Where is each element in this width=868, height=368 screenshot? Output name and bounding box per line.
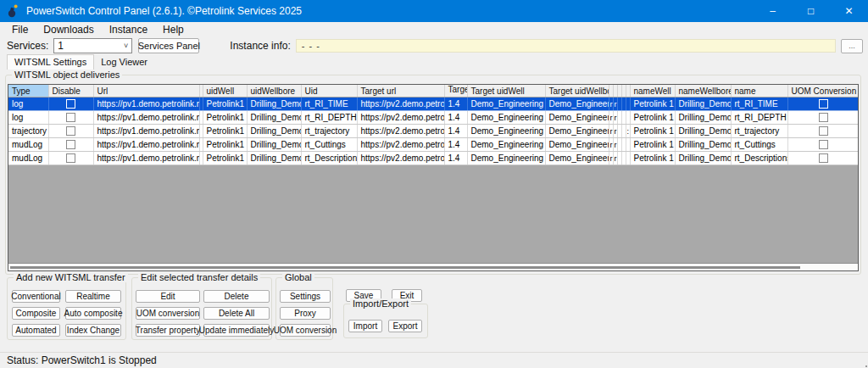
cell-uidwell: Petrolink1	[203, 98, 247, 111]
update-immediately-button[interactable]: Update immediately	[203, 324, 270, 337]
header-uidwellbore[interactable]: uidWellbore	[247, 85, 301, 98]
header-uom-conversion[interactable]: UOM Conversion	[787, 85, 859, 98]
cell-target-url: https://pv2.demo.petrolink.net...	[357, 138, 444, 152]
index-change-button[interactable]: Index Change	[65, 324, 121, 337]
import-button[interactable]: Import	[348, 320, 382, 332]
menubar: File Downloads Instance Help	[0, 22, 868, 37]
cell-target-uidwell: Demo_Engineering	[467, 125, 545, 138]
table-row[interactable]: mudLog https://pv1.demo.petrolink.net...…	[8, 138, 859, 152]
header-name[interactable]: name	[731, 85, 787, 98]
cell-target-url: https://pv2.demo.petrolink.net...	[357, 98, 444, 111]
cell-url: https://pv1.demo.petrolink.net...	[93, 111, 199, 125]
realtime-button[interactable]: Realtime	[65, 290, 121, 303]
automated-button[interactable]: Automated	[12, 324, 60, 337]
cell-type: log	[8, 98, 48, 111]
header-uidwell[interactable]: uidWell	[203, 85, 247, 98]
witsml-deliveries-groupbox: WITSML object deliveries Type Disable Ur…	[5, 75, 861, 275]
export-button[interactable]: Export	[388, 320, 422, 332]
cell-disable	[48, 138, 93, 152]
cell-target-version: 1.4	[444, 111, 467, 125]
settings-button[interactable]: Settings	[280, 290, 331, 303]
header-target-uidwellbore[interactable]: Target uidWellbore	[545, 85, 609, 98]
scrollbar-thumb[interactable]	[10, 266, 800, 269]
header-type[interactable]: Type	[8, 85, 48, 98]
uom-checkbox[interactable]	[819, 126, 828, 136]
disable-checkbox[interactable]	[66, 99, 75, 109]
cell-target-uidwell: Demo_Engineering	[467, 98, 545, 111]
uom-checkbox[interactable]	[819, 140, 828, 149]
header-namewell[interactable]: nameWell	[630, 85, 675, 98]
composite-button[interactable]: Composite	[12, 307, 60, 320]
panel-title: Global	[282, 272, 314, 282]
conventional-button[interactable]: Conventional	[12, 290, 60, 303]
app-icon	[8, 4, 19, 18]
uom-checkbox[interactable]	[819, 153, 828, 163]
titlebar: PowerSwitch Control Panel (2.6.1). ©Petr…	[0, 0, 868, 22]
services-select[interactable]: 1 ˅	[53, 38, 132, 53]
cell-disable	[48, 152, 93, 165]
services-label: Services:	[7, 40, 48, 52]
maximize-icon[interactable]: □	[792, 0, 830, 22]
header-url[interactable]: Url	[93, 85, 199, 98]
cell-url: https://pv1.demo.petrolink.net...	[93, 152, 199, 165]
header-namewellbore[interactable]: nameWellbore	[675, 85, 731, 98]
menu-item-downloads[interactable]: Downloads	[36, 23, 101, 36]
tab-log-viewer[interactable]: Log Viewer	[94, 56, 154, 69]
resize-grip-icon[interactable]	[862, 362, 864, 364]
table-row[interactable]: log https://pv1.demo.petrolink.net... Pe…	[8, 111, 859, 125]
app-window: PowerSwitch Control Panel (2.6.1). ©Petr…	[0, 0, 868, 368]
cell-url: https://pv1.demo.petrolink.net...	[93, 138, 199, 152]
delete-all-button[interactable]: Delete All	[203, 307, 270, 320]
cell-uidwellbore: Drilling_Demo1	[247, 98, 301, 111]
services-panel-button[interactable]: Services Panel	[138, 38, 199, 53]
transfer-property-button[interactable]: Transfer property	[136, 324, 200, 337]
table-row[interactable]: mudLog https://pv1.demo.petrolink.net...…	[8, 152, 859, 165]
cell-target-version: 1.4	[444, 152, 467, 165]
global-uom-conversion-button[interactable]: UOM conversion	[280, 324, 331, 337]
instance-info-value: - - -	[302, 41, 320, 51]
header-disable[interactable]: Disable	[48, 85, 93, 98]
cell-disable	[48, 125, 93, 138]
uom-conversion-button[interactable]: UOM conversion	[136, 307, 200, 320]
disable-checkbox[interactable]	[66, 153, 75, 163]
menu-item-instance[interactable]: Instance	[102, 23, 155, 36]
menu-item-file[interactable]: File	[4, 23, 36, 36]
cell-uidwellbore: Drilling_Demo1	[247, 125, 301, 138]
cell-name: rt_Descriptions	[731, 152, 787, 165]
tab-witsml-settings[interactable]: WITSML Settings	[7, 54, 94, 70]
cell-uid: rt_trajectory	[301, 125, 357, 138]
menu-item-help[interactable]: Help	[155, 23, 192, 36]
auto-composite-button[interactable]: Auto composite	[65, 307, 121, 320]
header-target-version[interactable]: Target...	[444, 85, 467, 98]
disable-checkbox[interactable]	[66, 113, 75, 122]
delete-button[interactable]: Delete	[203, 290, 270, 303]
cell-name: rt_trajectory	[731, 125, 787, 138]
instance-info-field[interactable]: - - -	[296, 39, 836, 53]
cell-target-uidwellbore: Demo_Engineering	[545, 125, 609, 138]
header-target-uidwell[interactable]: Target uidWell	[467, 85, 545, 98]
cell-target-uidwellbore: Demo_Engineering	[545, 98, 609, 111]
minimize-icon[interactable]: –	[754, 0, 792, 22]
disable-checkbox[interactable]	[66, 140, 75, 149]
uom-checkbox[interactable]	[819, 113, 828, 122]
disable-checkbox[interactable]	[66, 126, 75, 136]
panel-title: Edit selected transfer details	[138, 272, 260, 282]
horizontal-scrollbar[interactable]	[8, 263, 858, 270]
header-target-url[interactable]: Target url	[357, 85, 444, 98]
table-row[interactable]: trajectory https://pv1.demo.petrolink.ne…	[8, 125, 859, 138]
tabpage-witsml-settings: WITSML object deliveries Type Disable Ur…	[0, 69, 868, 352]
edit-button[interactable]: Edit	[136, 290, 200, 303]
cell-name: rt_RI_TIME	[731, 98, 787, 111]
header-uid[interactable]: Uid	[301, 85, 357, 98]
instance-info-label: Instance info:	[230, 40, 290, 52]
cell-namewell: Petrolink 1	[630, 111, 675, 125]
window-title: PowerSwitch Control Panel (2.6.1). ©Petr…	[26, 5, 302, 17]
close-icon[interactable]: ✕	[830, 0, 868, 22]
proxy-button[interactable]: Proxy	[280, 307, 331, 320]
panel-import-export: Import/Export Import Export	[343, 304, 428, 338]
cell-target-uidwellbore: Demo_Engineering	[545, 152, 609, 165]
table-row[interactable]: log https://pv1.demo.petrolink.net... Pe…	[8, 98, 859, 111]
uom-checkbox[interactable]	[819, 99, 828, 109]
window-controls: – □ ✕	[754, 0, 868, 22]
more-button[interactable]: ...	[841, 39, 863, 53]
